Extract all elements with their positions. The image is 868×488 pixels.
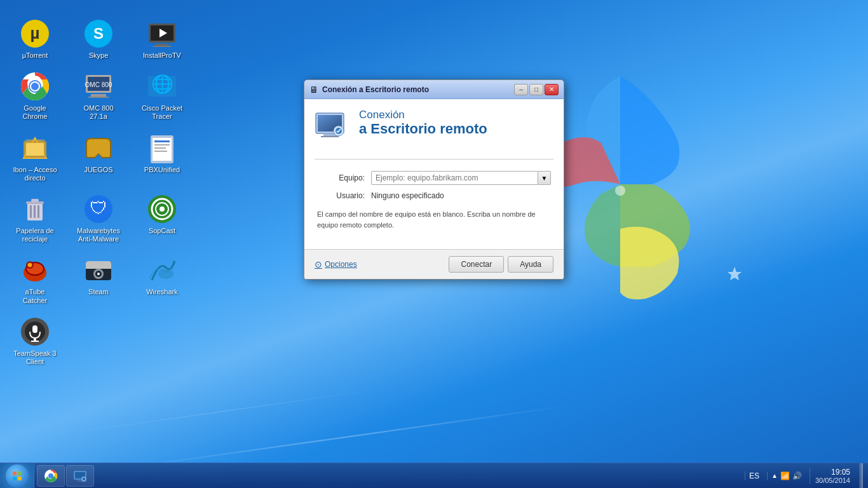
dialog-controls: – □ ✕ bbox=[514, 84, 559, 95]
clock-date: 30/05/2014 bbox=[815, 477, 850, 484]
network-icon: 📶 bbox=[780, 471, 790, 480]
clock-time: 19:05 bbox=[815, 468, 850, 477]
show-desktop-button[interactable] bbox=[859, 463, 863, 489]
equipo-dropdown-arrow[interactable]: ▼ bbox=[538, 171, 551, 185]
equipo-input[interactable] bbox=[371, 171, 538, 185]
dialog-title-left: 🖥 Conexión a Escritorio remoto bbox=[309, 85, 429, 95]
close-button[interactable]: ✕ bbox=[545, 84, 559, 95]
restore-button[interactable]: □ bbox=[529, 84, 543, 95]
taskbar-items bbox=[34, 463, 740, 488]
system-tray: ▲ 📶 🔊 bbox=[767, 471, 806, 480]
taskbar: ES ▲ 📶 🔊 19:05 30/05/2014 bbox=[0, 463, 868, 488]
conectar-button[interactable]: Conectar bbox=[449, 256, 504, 273]
svg-point-67 bbox=[49, 474, 53, 478]
svg-point-72 bbox=[83, 478, 85, 480]
svg-rect-62 bbox=[321, 136, 339, 137]
desktop: µ µTorrent S Skype InstallProTV bbox=[0, 0, 868, 488]
equipo-input-wrap: ▼ bbox=[371, 171, 551, 185]
dialog-buttons: Conectar Ayuda bbox=[449, 256, 553, 273]
start-button[interactable] bbox=[0, 463, 34, 489]
clock[interactable]: 19:05 30/05/2014 bbox=[810, 468, 855, 484]
dialog-notice: El campo del nombre de equipo está en bl… bbox=[315, 209, 553, 230]
start-orb-icon bbox=[6, 464, 29, 487]
dialog-heading-line2: a Escritorio remoto bbox=[359, 121, 487, 137]
dialog-heading-line1: Conexión bbox=[359, 109, 487, 121]
opciones-link[interactable]: ⊙ Opciones bbox=[315, 259, 357, 269]
dialog-body: Conexión a Escritorio remoto Equipo: ▼ bbox=[304, 99, 564, 249]
usuario-label: Usuario: bbox=[317, 191, 371, 200]
taskbar-chrome[interactable] bbox=[37, 465, 65, 487]
usuario-row: Usuario: Ninguno especificado bbox=[317, 191, 551, 200]
equipo-label: Equipo: bbox=[317, 173, 371, 182]
dialog-form: Equipo: ▼ Usuario: Ninguno especificado bbox=[315, 171, 553, 200]
dialog-footer: ⊙ Opciones Conectar Ayuda bbox=[304, 249, 564, 279]
taskbar-rdp[interactable] bbox=[66, 465, 94, 487]
rdp-header-icon bbox=[315, 109, 350, 150]
dialog-title-icon: 🖥 bbox=[309, 85, 318, 95]
volume-icon[interactable]: 🔊 bbox=[792, 471, 802, 480]
usuario-value: Ninguno especificado bbox=[371, 191, 444, 200]
tray-arrow[interactable]: ▲ bbox=[771, 472, 778, 479]
equipo-row: Equipo: ▼ bbox=[317, 171, 551, 185]
dialog-title-text: Conexión a Escritorio remoto bbox=[322, 85, 429, 94]
opciones-icon: ⊙ bbox=[315, 259, 322, 269]
language-indicator: ES bbox=[745, 471, 763, 480]
ayuda-button[interactable]: Ayuda bbox=[508, 256, 553, 273]
opciones-label: Opciones bbox=[325, 260, 357, 269]
dialog-header-text: Conexión a Escritorio remoto bbox=[359, 109, 487, 137]
minimize-button[interactable]: – bbox=[514, 84, 528, 95]
taskbar-right: ES ▲ 📶 🔊 19:05 30/05/2014 bbox=[740, 463, 868, 489]
dialog-header-section: Conexión a Escritorio remoto bbox=[315, 109, 553, 159]
dialog-overlay: 🖥 Conexión a Escritorio remoto – □ ✕ bbox=[0, 0, 868, 488]
dialog-titlebar: 🖥 Conexión a Escritorio remoto – □ ✕ bbox=[304, 80, 564, 99]
remote-desktop-dialog: 🖥 Conexión a Escritorio remoto – □ ✕ bbox=[304, 79, 564, 280]
